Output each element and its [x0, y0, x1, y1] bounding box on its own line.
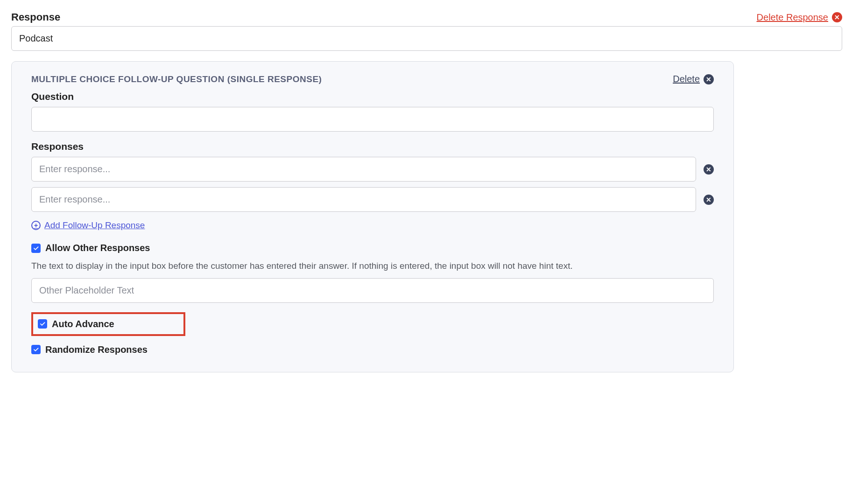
- randomize-label: Randomize Responses: [45, 344, 148, 355]
- randomize-checkbox[interactable]: [31, 345, 41, 354]
- followup-response-row: ✕: [31, 157, 714, 182]
- close-icon: ✕: [832, 12, 842, 22]
- auto-advance-label: Auto Advance: [52, 319, 114, 329]
- check-icon: [39, 321, 46, 327]
- add-followup-response-label: Add Follow-Up Response: [44, 220, 145, 231]
- delete-response-button[interactable]: Delete Response ✕: [757, 12, 842, 23]
- followup-heading: MULTIPLE CHOICE FOLLOW-UP QUESTION (SING…: [31, 74, 322, 84]
- check-icon: [33, 245, 39, 252]
- delete-followup-label: Delete: [673, 74, 700, 84]
- allow-other-checkbox[interactable]: [31, 244, 41, 253]
- allow-other-label: Allow Other Responses: [45, 243, 150, 253]
- close-icon: ✕: [704, 74, 714, 84]
- followup-response-input[interactable]: [31, 157, 696, 182]
- delete-followup-button[interactable]: Delete ✕: [673, 74, 714, 84]
- response-input[interactable]: [11, 26, 842, 51]
- other-placeholder-input[interactable]: [31, 278, 714, 303]
- followup-response-row: ✕: [31, 187, 714, 212]
- question-label: Question: [31, 91, 714, 102]
- auto-advance-highlight: Auto Advance: [31, 312, 185, 336]
- auto-advance-checkbox[interactable]: [38, 319, 47, 329]
- question-input[interactable]: [31, 107, 714, 132]
- delete-response-label: Delete Response: [757, 12, 828, 23]
- plus-icon: +: [31, 221, 41, 230]
- check-icon: [33, 346, 39, 353]
- add-followup-response-button[interactable]: + Add Follow-Up Response: [31, 220, 145, 231]
- remove-response-button[interactable]: ✕: [704, 164, 714, 175]
- allow-other-hint: The text to display in the input box bef…: [31, 260, 714, 273]
- remove-response-button[interactable]: ✕: [704, 195, 714, 205]
- responses-label: Responses: [31, 141, 714, 152]
- followup-panel: MULTIPLE CHOICE FOLLOW-UP QUESTION (SING…: [11, 61, 734, 372]
- response-section-label: Response: [11, 11, 60, 23]
- followup-response-input[interactable]: [31, 187, 696, 212]
